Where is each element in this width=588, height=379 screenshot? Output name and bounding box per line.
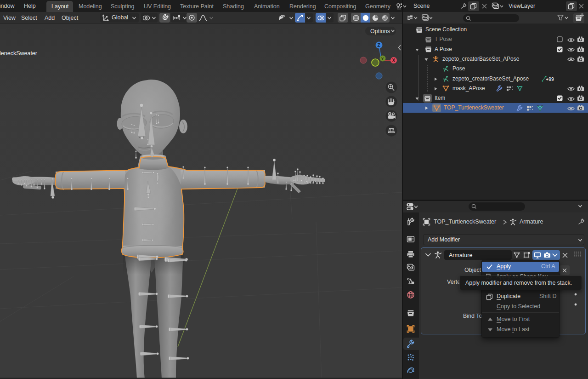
svg-text:Z: Z — [378, 43, 380, 48]
svg-text:Options: Options — [370, 28, 390, 34]
svg-text:X: X — [392, 58, 396, 63]
svg-text:Y: Y — [381, 57, 384, 61]
